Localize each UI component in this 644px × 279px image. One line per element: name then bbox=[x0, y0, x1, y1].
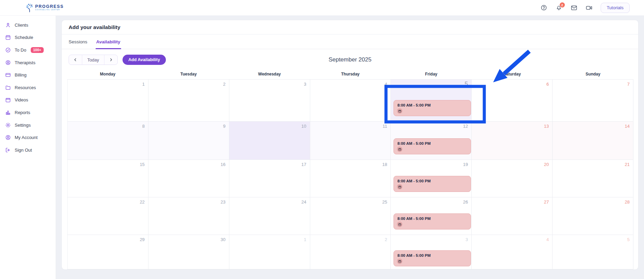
video-camera-icon[interactable] bbox=[586, 4, 592, 11]
sidebar-item-videos[interactable]: Videos bbox=[0, 94, 56, 107]
day-cell[interactable]: 8 bbox=[67, 122, 148, 159]
day-cell[interactable]: 128:00 AM - 5:00 PM bbox=[391, 122, 472, 159]
date-number: 11 bbox=[383, 124, 387, 129]
date-number: 15 bbox=[140, 162, 144, 167]
day-cell[interactable]: 27 bbox=[472, 197, 553, 235]
bell-icon[interactable]: 2 bbox=[556, 4, 562, 11]
tab-availability[interactable]: Availability bbox=[96, 34, 120, 49]
day-cell[interactable]: 7 bbox=[553, 80, 633, 121]
availability-event[interactable]: 8:00 AM - 5:00 PM bbox=[393, 100, 471, 116]
event-calendar-icon bbox=[397, 108, 402, 114]
add-availability-button[interactable]: Add Availability bbox=[123, 55, 166, 65]
availability-event[interactable]: 8:00 AM - 5:00 PM bbox=[393, 138, 471, 154]
day-cell[interactable]: 4 bbox=[472, 235, 553, 269]
video-icon bbox=[5, 97, 11, 103]
date-number: 30 bbox=[220, 237, 225, 242]
day-cell[interactable]: 268:00 AM - 5:00 PM bbox=[391, 197, 472, 235]
day-cell[interactable]: 30 bbox=[148, 235, 229, 269]
sidebar-item-billing[interactable]: Billing bbox=[0, 69, 56, 81]
date-number: 7 bbox=[627, 82, 630, 87]
availability-event[interactable]: 8:00 AM - 5:00 PM bbox=[393, 250, 471, 266]
date-number: 28 bbox=[625, 199, 630, 205]
day-cell[interactable]: 5 bbox=[553, 235, 633, 269]
user-circle-icon bbox=[5, 135, 11, 140]
day-cell[interactable]: 24 bbox=[229, 197, 310, 235]
gear-icon bbox=[5, 122, 11, 128]
mail-icon[interactable] bbox=[571, 4, 577, 11]
sidebar-item-therapists[interactable]: Therapists bbox=[0, 56, 56, 69]
day-header: Friday bbox=[391, 70, 472, 79]
sidebar-item-settings[interactable]: Settings bbox=[0, 119, 56, 131]
day-cell[interactable]: 4 bbox=[310, 80, 391, 121]
brand-name: PROGRESS bbox=[35, 4, 64, 9]
help-icon[interactable] bbox=[541, 4, 547, 11]
calendar-icon bbox=[5, 34, 11, 40]
day-cell[interactable]: 23 bbox=[148, 197, 229, 235]
calendar-week-row: 891011128:00 AM - 5:00 PM1314 bbox=[67, 121, 633, 159]
day-cell[interactable]: 58:00 AM - 5:00 PM bbox=[391, 80, 472, 121]
sidebar-item-schedule[interactable]: Schedule bbox=[0, 31, 56, 44]
sidebar-item-clients[interactable]: Clients bbox=[0, 19, 56, 31]
day-header: Saturday bbox=[472, 70, 553, 79]
next-month-button[interactable] bbox=[104, 55, 117, 65]
date-number: 16 bbox=[220, 162, 225, 167]
todo-count-badge: 100+ bbox=[31, 47, 44, 53]
day-cell[interactable]: 9 bbox=[148, 122, 229, 159]
notification-badge: 2 bbox=[560, 2, 565, 8]
day-cell[interactable]: 18 bbox=[310, 160, 391, 197]
day-cell[interactable]: 2 bbox=[148, 80, 229, 121]
day-cell[interactable]: 11 bbox=[310, 122, 391, 159]
person-icon bbox=[5, 22, 11, 28]
sidebar: Clients Schedule To Do 100+ Therapists B… bbox=[0, 16, 56, 279]
date-number: 25 bbox=[382, 199, 387, 205]
day-cell[interactable]: 3 bbox=[229, 80, 310, 121]
day-cell[interactable]: 29 bbox=[67, 235, 148, 269]
tutorials-button[interactable]: Tutorials bbox=[601, 3, 630, 13]
day-cell[interactable]: 1 bbox=[67, 80, 148, 121]
sidebar-item-label: Settings bbox=[15, 123, 31, 128]
calendar-day-headers: MondayTuesdayWednesdayThursdayFridaySatu… bbox=[67, 70, 633, 79]
day-header: Wednesday bbox=[229, 70, 310, 79]
brand-subtitle: COUNSELING CENTER bbox=[35, 9, 64, 11]
prev-month-button[interactable] bbox=[69, 55, 82, 65]
sidebar-item-todo[interactable]: To Do 100+ bbox=[0, 44, 56, 56]
day-header: Tuesday bbox=[148, 70, 229, 79]
day-cell[interactable]: 2 bbox=[310, 235, 391, 269]
day-cell[interactable]: 16 bbox=[148, 160, 229, 197]
day-cell[interactable]: 28 bbox=[553, 197, 633, 235]
day-cell[interactable]: 1 bbox=[229, 235, 310, 269]
calendar-week-row: 29301238:00 AM - 5:00 PM45 bbox=[67, 235, 633, 269]
today-button[interactable]: Today bbox=[82, 55, 104, 65]
date-number: 17 bbox=[301, 162, 306, 167]
brand-logo[interactable]: PROGRESS COUNSELING CENTER bbox=[25, 3, 64, 13]
date-number: 18 bbox=[382, 162, 387, 167]
date-number: 13 bbox=[544, 124, 549, 129]
day-cell[interactable]: 17 bbox=[229, 160, 310, 197]
day-cell[interactable]: 20 bbox=[472, 160, 553, 197]
event-calendar-icon bbox=[397, 147, 402, 152]
day-cell[interactable]: 14 bbox=[553, 122, 633, 159]
day-cell[interactable]: 25 bbox=[310, 197, 391, 235]
sidebar-item-my-account[interactable]: My Account bbox=[0, 131, 56, 144]
availability-event[interactable]: 8:00 AM - 5:00 PM bbox=[393, 176, 471, 192]
sidebar-item-resources[interactable]: Resources bbox=[0, 81, 56, 94]
sidebar-item-sign-out[interactable]: Sign Out bbox=[0, 144, 56, 156]
tab-sessions[interactable]: Sessions bbox=[69, 34, 87, 49]
day-cell[interactable]: 38:00 AM - 5:00 PM bbox=[391, 235, 472, 269]
day-cell[interactable]: 6 bbox=[472, 80, 553, 121]
sidebar-item-reports[interactable]: Reports bbox=[0, 106, 56, 119]
day-cell[interactable]: 198:00 AM - 5:00 PM bbox=[391, 160, 472, 197]
day-cell[interactable]: 22 bbox=[67, 197, 148, 235]
chevron-right-icon bbox=[109, 57, 113, 62]
date-number: 3 bbox=[304, 82, 306, 87]
check-circle-icon bbox=[5, 47, 11, 53]
page-title: Add your availability bbox=[69, 24, 120, 30]
day-cell[interactable]: 15 bbox=[67, 160, 148, 197]
topbar: PROGRESS COUNSELING CENTER 2 bbox=[0, 0, 644, 16]
availability-event[interactable]: 8:00 AM - 5:00 PM bbox=[393, 213, 471, 229]
sidebar-item-label: Therapists bbox=[15, 60, 35, 65]
day-cell[interactable]: 21 bbox=[553, 160, 633, 197]
date-number: 29 bbox=[140, 237, 144, 242]
day-cell[interactable]: 10 bbox=[229, 122, 310, 159]
day-cell[interactable]: 13 bbox=[472, 122, 553, 159]
